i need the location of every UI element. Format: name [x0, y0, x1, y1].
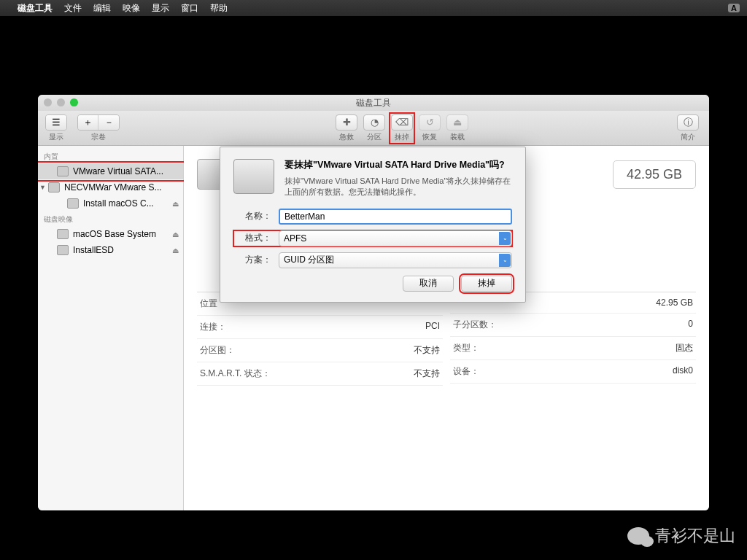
- erase-button[interactable]: ⌫: [391, 114, 413, 131]
- info-button[interactable]: ⓘ: [677, 114, 699, 131]
- sidebar-item-vmware-sata[interactable]: VMware Virtual SATA...: [38, 163, 183, 179]
- sidebar-item-label: Install macOS C...: [83, 198, 169, 209]
- info-value: 不支持: [414, 368, 440, 380]
- mount-button[interactable]: ⏏: [446, 114, 468, 131]
- info-value: 固态: [676, 342, 693, 354]
- erase-confirm-button[interactable]: 抹掉: [461, 276, 512, 292]
- info-value: 0: [688, 319, 693, 331]
- info-value: PCI: [425, 321, 440, 333]
- format-value: APFS: [284, 233, 306, 244]
- sidebar: 内置 VMware Virtual SATA... ▼ NECVMWar VMw…: [38, 146, 184, 510]
- menu-edit[interactable]: 编辑: [93, 2, 111, 15]
- wechat-icon: [627, 527, 649, 545]
- first-aid-button[interactable]: ✚: [336, 114, 357, 131]
- eject-icon[interactable]: ⏏: [172, 230, 179, 238]
- info-key: 分区图：: [200, 344, 235, 357]
- sidebar-item-install-macos[interactable]: Install macOS C... ⏏: [38, 195, 183, 211]
- menu-file[interactable]: 文件: [64, 2, 82, 15]
- info-key: 子分区数：: [453, 319, 497, 331]
- sidebar-diskimages-header: 磁盘映像: [38, 211, 183, 226]
- menu-view[interactable]: 显示: [152, 2, 169, 15]
- capacity-badge: 42.95 GB: [613, 160, 696, 189]
- info-key: 类型：: [453, 342, 479, 354]
- cancel-button[interactable]: 取消: [403, 276, 454, 292]
- toolbar: ☰ 显示 ＋ － 宗卷 ✚ 急救 ◔ 分区 ⌫ 抹掉 ↺ 恢复: [38, 111, 709, 146]
- restore-label: 恢复: [422, 132, 437, 142]
- sidebar-toggle-button[interactable]: ☰: [46, 115, 66, 130]
- dropdown-arrow-icon: ⌄: [499, 254, 511, 267]
- eject-icon[interactable]: ⏏: [172, 246, 179, 254]
- scheme-label: 方案：: [233, 254, 271, 266]
- toolbar-view-label: 显示: [49, 132, 63, 142]
- window-titlebar: 磁盘工具: [38, 95, 709, 111]
- sidebar-item-label: VMware Virtual SATA...: [73, 166, 179, 176]
- first-aid-label: 急救: [339, 132, 354, 142]
- info-value: disk0: [673, 365, 693, 378]
- erase-label: 抹掉: [395, 132, 409, 142]
- watermark-text: 青衫不是山: [655, 525, 735, 547]
- disk-icon: [48, 182, 60, 192]
- menu-help[interactable]: 帮助: [210, 2, 228, 15]
- info-key: 设备：: [453, 365, 479, 378]
- dropdown-arrow-icon: ⌄: [499, 232, 511, 245]
- window-zoom-button[interactable]: [70, 98, 78, 106]
- restore-button[interactable]: ↺: [419, 114, 441, 131]
- window-close-button[interactable]: [44, 98, 52, 106]
- sidebar-item-label: macOS Base System: [73, 229, 169, 239]
- format-label: 格式：: [233, 232, 271, 244]
- scheme-select[interactable]: GUID 分区图 ⌄: [279, 252, 512, 268]
- sidebar-item-base-system[interactable]: macOS Base System ⏏: [38, 226, 183, 242]
- disk-icon: [57, 166, 69, 176]
- info-column-left: 位置 连接：PCI 分区图：不支持 S.M.A.R.T. 状态：不支持: [197, 292, 443, 386]
- sidebar-internal-header: 内置: [38, 149, 183, 163]
- name-input[interactable]: [279, 209, 512, 225]
- volume-remove-button[interactable]: －: [98, 115, 119, 130]
- sidebar-item-necvmwar[interactable]: ▼ NECVMWar VMware S...: [38, 179, 183, 195]
- partition-button[interactable]: ◔: [363, 114, 385, 131]
- info-key: 位置: [200, 298, 217, 310]
- mount-label: 装载: [450, 132, 465, 142]
- info-key: S.M.A.R.T. 状态：: [200, 368, 271, 380]
- sidebar-item-installesd[interactable]: InstallESD ⏏: [38, 242, 183, 258]
- erase-dialog: 要抹掉"VMware Virtual SATA Hard Drive Media…: [220, 147, 526, 303]
- dialog-description: 抹掉"VMware Virtual SATA Hard Drive Media"…: [285, 176, 512, 198]
- disclosure-triangle-icon[interactable]: ▼: [39, 184, 46, 191]
- scheme-value: GUID 分区图: [284, 254, 334, 266]
- info-value: 42.95 GB: [656, 298, 693, 308]
- info-value: 不支持: [414, 344, 440, 357]
- sidebar-item-label: NECVMWar VMware S...: [64, 182, 179, 192]
- info-label: 简介: [681, 132, 695, 142]
- volume-add-button[interactable]: ＋: [78, 115, 98, 130]
- format-select[interactable]: APFS ⌄: [279, 230, 512, 246]
- info-key: 连接：: [200, 321, 226, 333]
- name-label: 名称：: [233, 210, 271, 222]
- input-source-indicator[interactable]: A: [728, 4, 740, 12]
- watermark: 青衫不是山: [627, 525, 735, 547]
- macos-menubar: 磁盘工具 文件 编辑 映像 显示 窗口 帮助 A: [0, 0, 747, 16]
- disk-dialog-icon: [233, 159, 274, 194]
- window-minimize-button[interactable]: [57, 98, 65, 106]
- partition-label: 分区: [367, 132, 382, 142]
- volume-icon: [57, 245, 69, 255]
- toolbar-volume-label: 宗卷: [91, 132, 106, 142]
- info-column-right: 42.95 GB 子分区数：0 类型：固态 设备：disk0: [450, 292, 696, 386]
- eject-icon[interactable]: ⏏: [172, 200, 179, 208]
- dialog-title: 要抹掉"VMware Virtual SATA Hard Drive Media…: [285, 159, 512, 171]
- app-menu[interactable]: 磁盘工具: [18, 2, 53, 15]
- window-title: 磁盘工具: [356, 97, 391, 109]
- sidebar-item-label: InstallESD: [73, 245, 169, 255]
- menu-image[interactable]: 映像: [123, 2, 140, 15]
- volume-icon: [57, 229, 69, 239]
- menu-window[interactable]: 窗口: [181, 2, 198, 15]
- volume-icon: [67, 198, 79, 209]
